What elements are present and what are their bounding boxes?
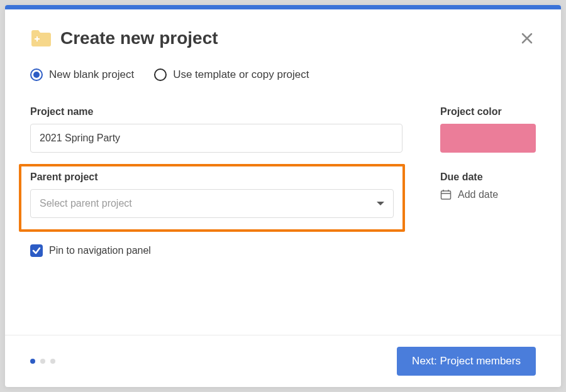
pin-checkbox-label: Pin to navigation panel (49, 245, 151, 256)
pin-checkbox (30, 244, 43, 257)
add-date-label: Add date (458, 189, 498, 200)
modal-title: Create new project (60, 28, 218, 48)
project-name-label: Project name (30, 106, 402, 117)
step-dot-3[interactable] (50, 359, 55, 364)
parent-project-label: Parent project (30, 172, 394, 183)
modal-top-accent (5, 5, 561, 9)
modal-footer: Next: Project members (5, 335, 561, 387)
form-grid: Project name Project color Parent projec… (30, 106, 536, 232)
calendar-icon (440, 189, 452, 200)
parent-project-select[interactable]: Select parent project (30, 189, 394, 218)
project-name-field: Project name (30, 106, 402, 153)
create-project-modal: Create new project New blank project Use… (5, 5, 561, 387)
add-date-button[interactable]: Add date (440, 189, 536, 200)
step-dot-2[interactable] (40, 359, 45, 364)
radio-unselected-icon (154, 68, 167, 81)
project-color-swatch[interactable] (440, 124, 536, 153)
svg-rect-2 (441, 191, 451, 199)
next-button[interactable]: Next: Project members (397, 347, 536, 376)
project-color-field: Project color (440, 106, 536, 153)
check-icon (32, 246, 41, 255)
parent-project-field: Parent project Select parent project (30, 172, 394, 218)
step-dot-1[interactable] (30, 359, 35, 364)
modal-content: Create new project New blank project Use… (5, 9, 561, 335)
close-button[interactable] (518, 30, 536, 47)
due-date-label: Due date (440, 172, 536, 183)
parent-project-placeholder: Select parent project (40, 198, 132, 209)
project-type-radios: New blank project Use template or copy p… (30, 68, 536, 81)
parent-project-highlight: Parent project Select parent project (19, 164, 405, 232)
pin-checkbox-row[interactable]: Pin to navigation panel (30, 244, 536, 257)
project-color-label: Project color (440, 106, 536, 117)
chevron-down-icon (377, 202, 384, 205)
folder-plus-icon (30, 30, 52, 47)
radio-use-template[interactable]: Use template or copy project (154, 68, 309, 81)
project-name-input[interactable] (30, 124, 402, 153)
step-dots (30, 359, 55, 364)
radio-template-label: Use template or copy project (173, 68, 309, 81)
svg-rect-1 (36, 36, 38, 41)
radio-blank-label: New blank project (49, 68, 134, 81)
close-icon (521, 32, 533, 45)
modal-header: Create new project (30, 28, 536, 48)
due-date-field: Due date Add date (440, 172, 536, 232)
radio-blank-project[interactable]: New blank project (30, 68, 134, 81)
radio-selected-icon (30, 68, 43, 81)
header-left: Create new project (30, 28, 218, 48)
